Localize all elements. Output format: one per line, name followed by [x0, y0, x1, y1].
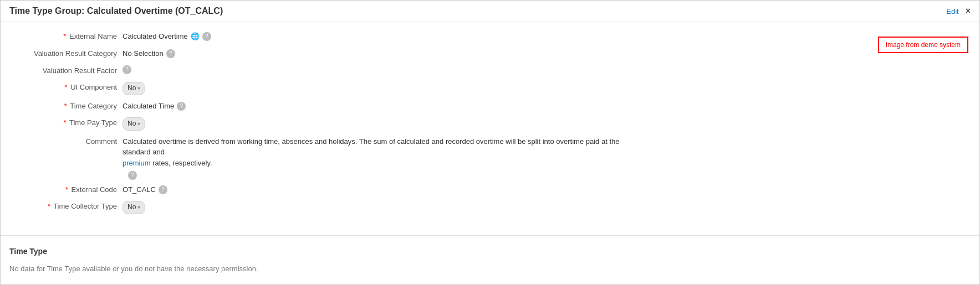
ui-component-row: * UI Component No: [12, 82, 846, 95]
time-type-section-title: Time Type: [1, 242, 979, 260]
time-pay-type-toggle[interactable]: No: [122, 117, 145, 130]
comment-label: Comment: [12, 136, 122, 148]
ui-component-value: No: [122, 82, 846, 95]
required-marker: *: [64, 102, 67, 110]
demo-image-section: Image from demo system: [858, 31, 979, 220]
external-name-value: Calculated Overtime 🌐 ?: [122, 31, 846, 43]
required-marker: *: [63, 32, 66, 40]
external-code-row: * External Code OT_CALC ?: [12, 184, 846, 196]
help-icon-external-name[interactable]: ?: [202, 32, 211, 41]
time-collector-type-label: * Time Collector Type: [12, 201, 122, 213]
time-pay-type-label: * Time Pay Type: [12, 117, 122, 129]
required-marker: *: [65, 185, 68, 194]
comment-row: Comment Calculated overtime is derived f…: [12, 136, 846, 169]
header-actions: Edit ×: [946, 6, 971, 16]
time-collector-type-toggle[interactable]: No: [122, 201, 145, 214]
valuation-result-category-value: No Selection ?: [122, 48, 846, 60]
valuation-result-factor-value: ?: [122, 65, 846, 74]
external-name-row: * External Name Calculated Overtime 🌐 ?: [12, 31, 846, 43]
time-category-label: * Time Category: [12, 101, 122, 112]
comment-value: Calculated overtime is derived from work…: [122, 136, 846, 169]
required-marker: *: [64, 118, 67, 127]
required-marker: *: [48, 202, 50, 210]
panel-header: Time Type Group: Calculated Overtime (OT…: [1, 1, 979, 22]
valuation-result-category-label: Valuation Result Category: [12, 48, 122, 60]
required-marker: *: [64, 83, 67, 91]
time-collector-type-row: * Time Collector Type No: [12, 201, 846, 214]
panel-title: Time Type Group: Calculated Overtime (OT…: [9, 6, 223, 16]
section-divider: [1, 235, 979, 236]
panel-body: * External Name Calculated Overtime 🌐 ? …: [1, 22, 979, 229]
time-pay-type-value: No: [122, 117, 846, 130]
valuation-result-factor-label: Valuation Result Factor: [12, 65, 122, 77]
ui-component-toggle[interactable]: No: [122, 82, 145, 95]
no-data-message: No data for Time Type available or you d…: [1, 260, 979, 277]
time-category-value: Calculated Time ?: [122, 101, 846, 112]
globe-icon[interactable]: 🌐: [191, 32, 200, 41]
demo-image-box: Image from demo system: [878, 37, 968, 53]
help-icon-external-code[interactable]: ?: [159, 185, 167, 194]
external-code-label: * External Code: [12, 184, 122, 196]
help-icon-comment[interactable]: ?: [128, 171, 137, 180]
form-section: * External Name Calculated Overtime 🌐 ? …: [1, 31, 858, 220]
close-button[interactable]: ×: [966, 6, 971, 16]
time-pay-type-row: * Time Pay Type No: [12, 117, 846, 130]
edit-button[interactable]: Edit: [946, 7, 958, 15]
help-icon-valuation-factor[interactable]: ?: [122, 65, 131, 74]
external-code-value: OT_CALC ?: [122, 184, 846, 196]
comment-help-row: ?: [128, 170, 846, 180]
time-category-row: * Time Category Calculated Time ?: [12, 101, 846, 112]
ui-component-label: * UI Component: [12, 82, 122, 94]
valuation-result-factor-row: Valuation Result Factor ?: [12, 65, 846, 77]
comment-highlight: premium: [122, 159, 152, 167]
help-icon-valuation-category[interactable]: ?: [166, 49, 175, 58]
valuation-result-category-row: Valuation Result Category No Selection ?: [12, 48, 846, 60]
main-panel: Time Type Group: Calculated Overtime (OT…: [0, 0, 980, 285]
external-name-label: * External Name: [12, 31, 122, 43]
time-collector-type-value: No: [122, 201, 846, 214]
comment-text: Calculated overtime is derived from work…: [122, 136, 621, 169]
help-icon-time-category[interactable]: ?: [177, 102, 186, 111]
